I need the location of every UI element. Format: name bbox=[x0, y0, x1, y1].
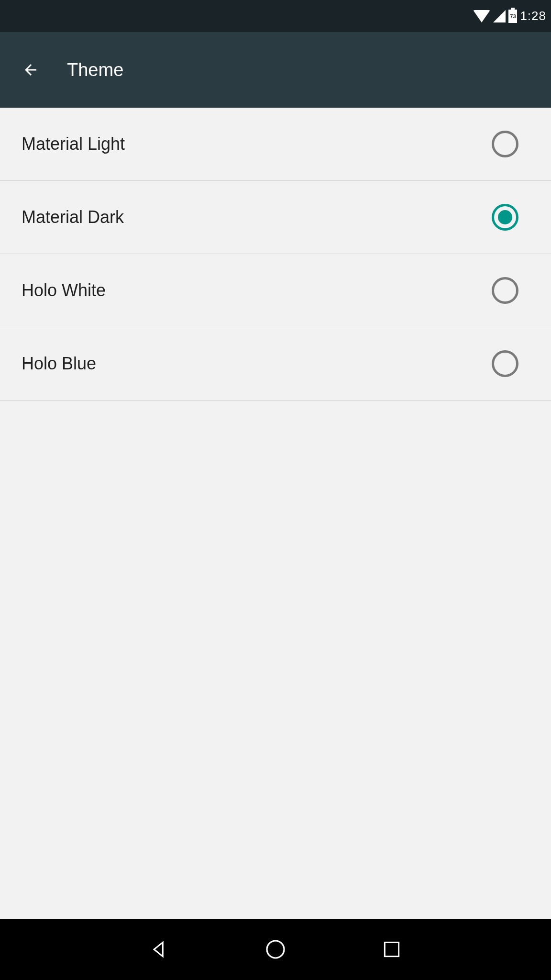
theme-list: Material Light Material Dark Holo White … bbox=[0, 108, 551, 401]
nav-back-button[interactable] bbox=[145, 935, 174, 964]
radio-button[interactable] bbox=[492, 131, 518, 157]
theme-label: Material Dark bbox=[22, 207, 124, 227]
theme-label: Holo Blue bbox=[22, 354, 96, 374]
theme-label: Material Light bbox=[22, 134, 125, 154]
svg-point-0 bbox=[267, 941, 284, 958]
nav-back-icon bbox=[149, 939, 170, 960]
status-bar: 73 1:28 bbox=[0, 0, 551, 32]
arrow-back-icon bbox=[22, 61, 39, 78]
radio-button[interactable] bbox=[492, 277, 518, 304]
theme-option-material-dark[interactable]: Material Dark bbox=[0, 181, 551, 254]
page-title: Theme bbox=[67, 60, 123, 80]
app-bar: Theme bbox=[0, 32, 551, 108]
battery-level: 73 bbox=[510, 13, 516, 19]
battery-icon: 73 bbox=[508, 10, 517, 23]
radio-inner-icon bbox=[498, 210, 512, 224]
wifi-icon bbox=[473, 10, 490, 22]
nav-home-icon bbox=[264, 938, 287, 961]
clock: 1:28 bbox=[520, 9, 546, 23]
navigation-bar bbox=[0, 919, 551, 980]
radio-button[interactable] bbox=[492, 204, 518, 231]
back-button[interactable] bbox=[21, 60, 40, 79]
theme-option-material-light[interactable]: Material Light bbox=[0, 108, 551, 181]
nav-recent-button[interactable] bbox=[377, 935, 406, 964]
nav-recent-icon bbox=[381, 939, 402, 960]
svg-rect-1 bbox=[385, 942, 398, 956]
nav-home-button[interactable] bbox=[261, 935, 290, 964]
theme-option-holo-blue[interactable]: Holo Blue bbox=[0, 327, 551, 401]
signal-icon bbox=[493, 10, 506, 22]
theme-label: Holo White bbox=[22, 280, 106, 301]
radio-button[interactable] bbox=[492, 350, 518, 377]
status-icons: 73 1:28 bbox=[473, 9, 546, 23]
theme-option-holo-white[interactable]: Holo White bbox=[0, 254, 551, 327]
